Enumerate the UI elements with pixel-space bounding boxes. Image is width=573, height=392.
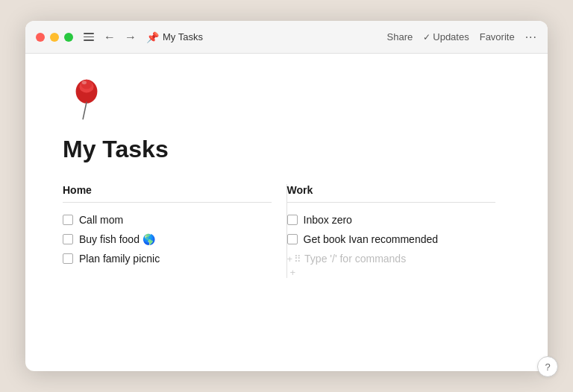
columns-container: Home Call mom Buy fish food 🌎 Plan famil… <box>63 184 510 278</box>
updates-button[interactable]: ✓ Updates <box>423 31 469 42</box>
updates-label: Updates <box>433 31 469 42</box>
task-item: Inbox zero <box>287 210 496 230</box>
svg-line-4 <box>83 102 87 118</box>
new-item-row: + ⠿ Type '/' for commands <box>287 249 496 268</box>
column-home: Home Call mom Buy fish food 🌎 Plan famil… <box>63 184 286 278</box>
traffic-lights <box>36 33 73 42</box>
checkmark-icon: ✓ <box>423 32 430 42</box>
svg-point-3 <box>82 80 87 84</box>
new-item-placeholder[interactable]: Type '/' for commands <box>304 253 406 265</box>
task-checkbox-buy-fish-food[interactable] <box>63 234 73 244</box>
extra-plus: + <box>287 267 496 278</box>
more-button[interactable]: ··· <box>525 31 537 44</box>
page-pin-icon <box>63 76 110 124</box>
app-window: ← → 📌 My Tasks Share ✓ Updates Favorite … <box>25 21 548 371</box>
titlebar-actions: Share ✓ Updates Favorite ··· <box>387 31 537 44</box>
task-checkbox-inbox-zero[interactable] <box>287 215 298 225</box>
share-button[interactable]: Share <box>387 31 413 42</box>
pin-icon: 📌 <box>146 31 159 43</box>
task-item: Buy fish food 🌎 <box>63 230 272 249</box>
task-label-inbox-zero: Inbox zero <box>304 214 352 226</box>
task-item: Plan family picnic <box>63 249 272 268</box>
plus-icon: + <box>287 253 293 265</box>
svg-point-2 <box>81 80 92 89</box>
favorite-button[interactable]: Favorite <box>480 31 515 42</box>
task-checkbox-call-mom[interactable] <box>63 215 73 225</box>
new-item-icons: + ⠿ <box>287 253 302 265</box>
titlebar: ← → 📌 My Tasks Share ✓ Updates Favorite … <box>25 21 548 54</box>
forward-button[interactable]: → <box>122 29 139 45</box>
minimize-button[interactable] <box>50 33 59 42</box>
column-header-work: Work <box>287 184 496 203</box>
task-label-get-book: Get book Ivan recommended <box>304 233 439 245</box>
page-title: My Tasks <box>63 136 510 163</box>
column-header-home: Home <box>63 184 272 203</box>
column-work: Work Inbox zero Get book Ivan recommende… <box>287 184 511 278</box>
drag-icon: ⠿ <box>294 253 301 265</box>
menu-icon[interactable] <box>84 33 94 41</box>
task-checkbox-get-book[interactable] <box>287 234 298 244</box>
task-label-buy-fish-food: Buy fish food 🌎 <box>79 233 155 245</box>
close-button[interactable] <box>36 33 45 42</box>
page-content: My Tasks Home Call mom Buy fish food 🌎 P… <box>25 54 548 371</box>
maximize-button[interactable] <box>64 33 73 42</box>
task-checkbox-plan-picnic[interactable] <box>63 253 73 264</box>
fish-food-emoji: 🌎 <box>143 233 155 245</box>
task-item: Call mom <box>63 210 272 230</box>
titlebar-page-title: 📌 My Tasks <box>146 31 203 43</box>
back-button[interactable]: ← <box>101 29 118 45</box>
nav-buttons: ← → <box>101 29 139 45</box>
task-item: Get book Ivan recommended <box>287 230 496 249</box>
titlebar-title-text: My Tasks <box>163 31 203 42</box>
task-label-call-mom: Call mom <box>79 214 123 226</box>
task-label-plan-picnic: Plan family picnic <box>79 253 160 265</box>
more-icon: ··· <box>525 31 537 43</box>
